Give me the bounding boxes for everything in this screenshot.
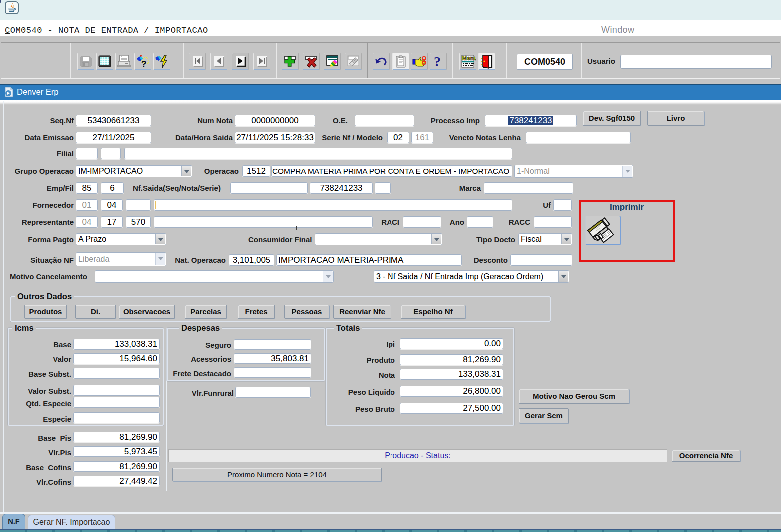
svg-text:?: ?	[141, 59, 146, 69]
svg-text:?: ?	[434, 54, 441, 69]
svg-text:Menu: Menu	[462, 55, 476, 62]
